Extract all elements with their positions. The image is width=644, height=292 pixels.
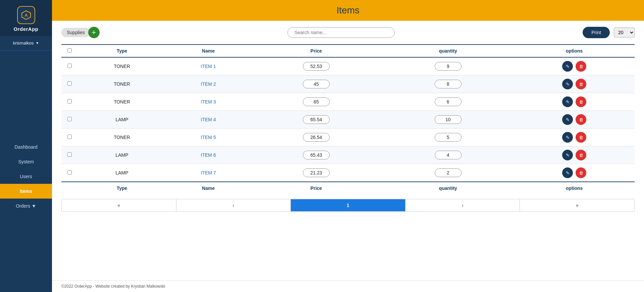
edit-button[interactable]: ✎ (562, 96, 573, 107)
row-name: ITEM 2 (166, 75, 250, 93)
user-chevron-icon: ▼ (36, 41, 39, 45)
quantity-footer: quantity (382, 182, 514, 194)
row-checkbox[interactable] (67, 152, 72, 157)
price-pill: 21.23 (303, 168, 330, 177)
row-price: 21.23 (250, 164, 382, 182)
table-row: LAMP ITEM 6 65.43 4 ✎ 🗑 (61, 146, 635, 164)
page-size-select[interactable]: 20 50 100 (614, 27, 635, 38)
row-checkbox-cell (61, 146, 77, 164)
delete-button[interactable]: 🗑 (576, 79, 586, 89)
sidebar-item-items[interactable]: Items (0, 184, 52, 199)
row-type: LAMP (77, 111, 166, 129)
pagination-current[interactable]: 1 (291, 199, 406, 211)
row-price: 45 (250, 75, 382, 93)
row-quantity: 2 (382, 164, 514, 182)
row-type: TONER (77, 75, 166, 93)
row-name: ITEM 5 (166, 129, 250, 146)
row-price: 65.43 (250, 146, 382, 164)
row-options: ✎ 🗑 (514, 57, 635, 75)
row-checkbox-cell (61, 111, 77, 129)
logo-area: A OrderApp (0, 0, 52, 36)
pagination-prev[interactable]: ‹ (176, 199, 291, 211)
delete-button[interactable]: 🗑 (576, 167, 586, 178)
print-button[interactable]: Print (583, 27, 610, 38)
row-name: ITEM 7 (166, 164, 250, 182)
logo-text: OrderApp (13, 26, 38, 32)
edit-button[interactable]: ✎ (562, 61, 573, 72)
row-quantity: 5 (382, 129, 514, 146)
delete-button[interactable]: 🗑 (576, 150, 586, 160)
quantity-header: quantity (382, 45, 514, 57)
price-pill: 65.54 (303, 115, 330, 124)
pagination-first[interactable]: « (62, 199, 176, 211)
delete-button[interactable]: 🗑 (576, 96, 586, 107)
footer: ©2022 OrderApp - Website created by Krys… (52, 280, 644, 292)
options-header: options (514, 45, 635, 57)
row-type: LAMP (77, 146, 166, 164)
edit-button[interactable]: ✎ (562, 167, 573, 178)
row-options: ✎ 🗑 (514, 146, 635, 164)
sidebar: A OrderApp krismalkos ▼ Dashboard System… (0, 0, 52, 292)
svg-text:A: A (24, 13, 28, 18)
quantity-pill: 8 (435, 80, 462, 88)
pagination-last[interactable]: » (520, 199, 634, 211)
row-quantity: 4 (382, 146, 514, 164)
row-type: TONER (77, 129, 166, 146)
row-price: 65 (250, 93, 382, 111)
quantity-pill: 10 (435, 115, 462, 124)
row-price: 26.54 (250, 129, 382, 146)
orders-chevron-icon: ▼ (32, 203, 36, 209)
row-checkbox[interactable] (67, 99, 72, 103)
row-checkbox-cell (61, 57, 77, 75)
search-input[interactable] (287, 27, 395, 38)
search-container (104, 27, 579, 38)
row-quantity: 10 (382, 111, 514, 129)
price-header: Price (250, 45, 382, 57)
sidebar-item-users[interactable]: Users (0, 169, 52, 184)
user-area[interactable]: krismalkos ▼ (0, 36, 52, 51)
table-row: TONER ITEM 1 52.53 9 ✎ 🗑 (61, 57, 635, 75)
row-options: ✎ 🗑 (514, 129, 635, 146)
row-options: ✎ 🗑 (514, 93, 635, 111)
sidebar-item-dashboard[interactable]: Dashboard (0, 140, 52, 154)
row-name: ITEM 3 (166, 93, 250, 111)
add-item-button[interactable]: + (88, 27, 100, 38)
supplies-area: Supplies + (61, 27, 100, 38)
row-price: 65.54 (250, 111, 382, 129)
pagination: « ‹ 1 › » (61, 199, 635, 212)
edit-button[interactable]: ✎ (562, 114, 573, 125)
table-row: LAMP ITEM 4 65.54 10 ✎ 🗑 (61, 111, 635, 129)
row-checkbox[interactable] (67, 117, 72, 121)
row-checkbox[interactable] (67, 170, 72, 174)
row-checkbox[interactable] (67, 81, 72, 86)
footer-text: ©2022 OrderApp - Website created by Krys… (61, 284, 165, 289)
price-pill: 52.53 (303, 62, 330, 71)
delete-button[interactable]: 🗑 (576, 114, 586, 125)
row-options: ✎ 🗑 (514, 164, 635, 182)
sidebar-item-system[interactable]: System (0, 154, 52, 169)
row-quantity: 8 (382, 75, 514, 93)
pagination-next[interactable]: › (406, 199, 520, 211)
delete-button[interactable]: 🗑 (576, 61, 586, 72)
price-footer: Price (250, 182, 382, 194)
sidebar-item-orders[interactable]: Orders ▼ (0, 199, 52, 213)
row-checkbox-cell (61, 164, 77, 182)
name-footer: Name (166, 182, 250, 194)
controls-row: Supplies + Print 20 50 100 (61, 27, 635, 38)
edit-button[interactable]: ✎ (562, 79, 573, 89)
row-quantity: 9 (382, 57, 514, 75)
edit-button[interactable]: ✎ (562, 150, 573, 160)
row-name: ITEM 6 (166, 146, 250, 164)
row-checkbox[interactable] (67, 64, 72, 68)
edit-button[interactable]: ✎ (562, 132, 573, 143)
row-type: LAMP (77, 164, 166, 182)
page-title: Items (336, 5, 359, 16)
row-checkbox[interactable] (67, 135, 72, 139)
row-type: TONER (77, 57, 166, 75)
options-footer: options (514, 182, 635, 194)
delete-button[interactable]: 🗑 (576, 132, 586, 143)
row-options: ✎ 🗑 (514, 111, 635, 129)
top-bar: Items (52, 0, 644, 21)
select-all-checkbox[interactable] (67, 48, 72, 53)
quantity-pill: 6 (435, 97, 462, 106)
